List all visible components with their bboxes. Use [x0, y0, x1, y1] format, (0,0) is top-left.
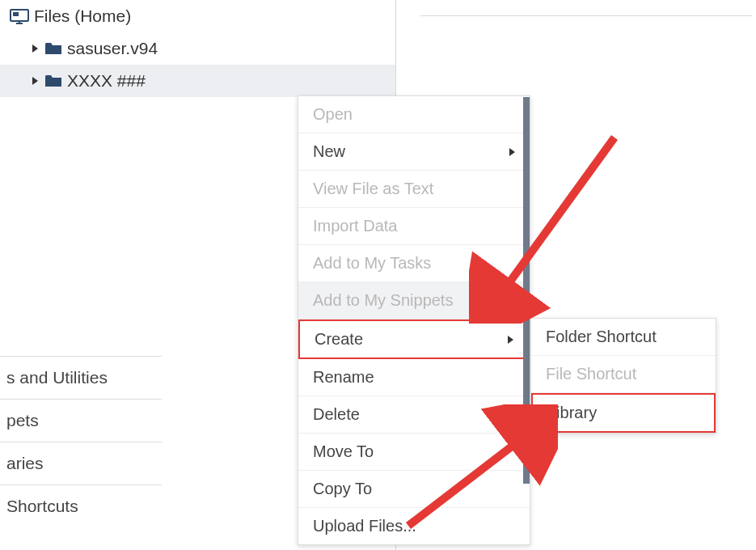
menu-item-open: Open: [298, 96, 530, 133]
menu-item-add-to-my-snippets: Add to My Snippets: [298, 282, 530, 319]
submenu-item-file-shortcut: File Shortcut: [531, 356, 716, 393]
menu-item-create[interactable]: Create: [298, 319, 530, 359]
menu-item-label: Move To: [313, 442, 374, 461]
section-item-0[interactable]: s and Utilities: [0, 356, 162, 399]
folder-icon: [44, 41, 62, 56]
tree-item-label: sasuser.v94: [67, 39, 158, 58]
tree-item-0[interactable]: sasuser.v94: [0, 32, 395, 65]
menu-item-new[interactable]: New: [298, 133, 530, 171]
menu-item-label: Copy To: [313, 480, 372, 498]
menu-item-label: New: [313, 142, 345, 161]
menu-item-label: Add to My Tasks: [313, 254, 431, 273]
tree-item-1[interactable]: XXXX ###: [0, 65, 395, 97]
tree-root-label: Files (Home): [34, 6, 131, 26]
menu-item-move-to[interactable]: Move To: [298, 434, 530, 471]
section-item-1[interactable]: pets: [0, 399, 162, 442]
menu-item-copy-to[interactable]: Copy To: [298, 471, 530, 508]
menu-item-label: Import Data: [313, 217, 397, 235]
menu-item-delete[interactable]: Delete: [298, 396, 530, 434]
section-item-3[interactable]: Shortcuts: [0, 484, 162, 527]
submenu-item-label: Library: [547, 404, 597, 422]
chevron-right-icon: [508, 336, 513, 344]
menu-item-add-to-my-tasks: Add to My Tasks: [298, 245, 530, 282]
menu-item-label: Delete: [313, 405, 360, 424]
chevron-right-icon: [509, 148, 515, 156]
submenu-item-label: File Shortcut: [546, 365, 636, 383]
submenu-item-folder-shortcut[interactable]: Folder Shortcut: [531, 319, 716, 356]
menu-item-import-data: Import Data: [298, 208, 530, 245]
expand-caret-icon[interactable]: [32, 44, 38, 53]
section-item-2[interactable]: aries: [0, 442, 162, 484]
left-sections: s and UtilitiespetsariesShortcuts: [0, 356, 162, 527]
monitor-icon: [10, 9, 27, 23]
folder-icon: [44, 74, 62, 88]
submenu-item-library[interactable]: Library: [531, 393, 716, 433]
tree-root-files-home[interactable]: Files (Home): [0, 0, 395, 32]
context-menu-scrollbar[interactable]: [523, 97, 530, 484]
menu-item-upload-files[interactable]: Upload Files...: [298, 508, 530, 544]
menu-item-label: Upload Files...: [313, 517, 416, 535]
menu-item-label: Create: [315, 330, 363, 349]
menu-item-label: Open: [313, 105, 353, 124]
file-tree-panel: Files (Home) sasuser.v94 XXXX ###: [0, 0, 395, 97]
menu-item-label: Add to My Snippets: [313, 291, 453, 310]
menu-item-view-file-as-text: View File as Text: [298, 171, 530, 208]
svg-rect-1: [13, 12, 19, 16]
create-submenu: Folder ShortcutFile ShortcutLibrary: [530, 318, 716, 434]
context-menu: OpenNewView File as TextImport DataAdd t…: [298, 95, 530, 545]
menu-item-label: Rename: [313, 368, 374, 387]
menu-item-rename[interactable]: Rename: [298, 359, 530, 396]
submenu-item-label: Folder Shortcut: [546, 328, 657, 346]
svg-rect-3: [19, 21, 20, 23]
menu-item-label: View File as Text: [313, 180, 433, 198]
expand-caret-icon[interactable]: [32, 77, 38, 85]
tree-item-label: XXXX ###: [67, 71, 146, 91]
content-area-top: [420, 0, 752, 16]
